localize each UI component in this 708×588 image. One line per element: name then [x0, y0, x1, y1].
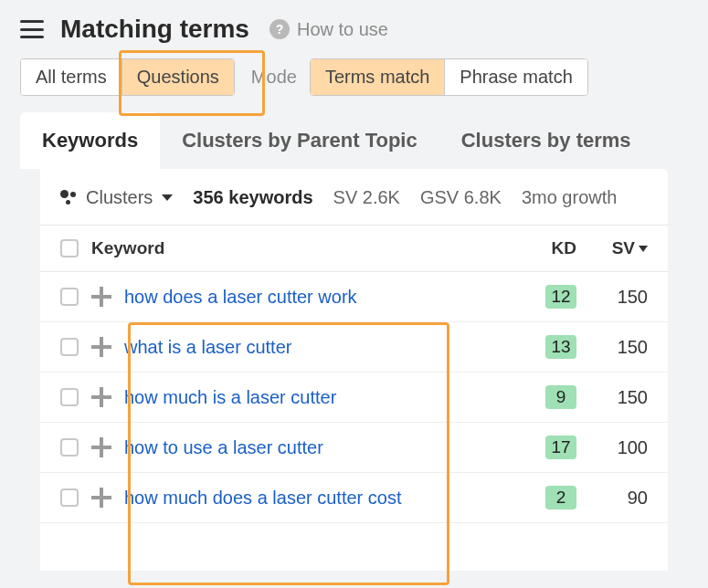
table-row: what is a laser cutter13150	[40, 322, 668, 373]
row-checkbox[interactable]	[60, 438, 79, 457]
kd-badge: 13	[545, 335, 576, 359]
add-icon[interactable]	[91, 488, 111, 508]
keyword-link[interactable]: how does a laser cutter work	[124, 287, 357, 307]
col-keyword[interactable]: Keyword	[91, 238, 513, 258]
col-sv[interactable]: SV	[576, 238, 648, 258]
sv-value: 150	[618, 287, 648, 308]
kd-badge: 9	[545, 385, 576, 409]
results-panel: Clusters 356 keywords SV 2.6K GSV 6.8K 3…	[40, 169, 668, 571]
filter-row: All terms Questions Mode Terms match Phr…	[0, 51, 708, 112]
add-icon[interactable]	[91, 437, 111, 457]
add-icon[interactable]	[91, 387, 111, 407]
sv-value: 100	[618, 437, 648, 458]
how-to-use-link[interactable]: ? How to use	[269, 19, 388, 40]
help-icon: ?	[269, 19, 290, 39]
add-icon[interactable]	[91, 287, 111, 307]
tab-clusters-terms[interactable]: Clusters by terms	[439, 112, 653, 169]
clusters-label: Clusters	[86, 187, 153, 208]
tab-clusters-parent[interactable]: Clusters by Parent Topic	[160, 112, 439, 169]
match-terms[interactable]: Terms match	[311, 59, 444, 95]
keyword-link[interactable]: how much is a laser cutter	[124, 387, 336, 407]
stat-growth: 3mo growth	[522, 187, 618, 208]
add-icon[interactable]	[91, 337, 111, 357]
table-row: how to use a laser cutter17100	[40, 423, 668, 473]
match-toggle: Terms match Phrase match	[310, 58, 588, 96]
scope-all-terms[interactable]: All terms	[21, 59, 122, 95]
keyword-count: 356 keywords	[193, 187, 312, 208]
scope-toggle: All terms Questions	[20, 58, 235, 96]
kd-badge: 12	[545, 285, 576, 309]
row-checkbox[interactable]	[60, 288, 79, 306]
match-phrase[interactable]: Phrase match	[444, 59, 586, 95]
keyword-link[interactable]: how much does a laser cutter cost	[124, 488, 401, 508]
table-row: how much is a laser cutter9150	[40, 373, 668, 423]
header: Matching terms ? How to use	[0, 0, 708, 51]
mode-label: Mode	[251, 67, 297, 88]
row-checkbox[interactable]	[60, 488, 79, 507]
clusters-dropdown[interactable]: Clusters	[60, 187, 173, 208]
table-header: Keyword KD SV	[40, 226, 668, 272]
table-row: how much does a laser cutter cost290	[40, 473, 668, 523]
keyword-link[interactable]: how to use a laser cutter	[124, 437, 323, 457]
how-to-use-label: How to use	[297, 19, 388, 40]
sort-desc-icon	[639, 246, 648, 252]
stats-bar: Clusters 356 keywords SV 2.6K GSV 6.8K 3…	[40, 169, 668, 226]
keyword-link[interactable]: what is a laser cutter	[124, 337, 291, 357]
tab-row: Keywords Clusters by Parent Topic Cluste…	[20, 112, 688, 169]
scope-questions[interactable]: Questions	[122, 59, 234, 95]
stat-gsv: GSV 6.8K	[420, 187, 502, 208]
col-kd[interactable]: KD	[513, 238, 576, 258]
sv-value: 90	[628, 488, 648, 509]
sv-value: 150	[618, 337, 648, 358]
kd-badge: 2	[545, 486, 576, 509]
clusters-icon	[60, 190, 77, 206]
kd-badge: 17	[545, 436, 576, 459]
menu-icon[interactable]	[20, 20, 44, 38]
chevron-down-icon	[162, 194, 173, 201]
sv-value: 150	[618, 387, 648, 408]
row-checkbox[interactable]	[60, 338, 79, 356]
select-all-checkbox[interactable]	[60, 239, 79, 257]
table-row: how does a laser cutter work12150	[40, 272, 668, 322]
stat-sv: SV 2.6K	[333, 187, 400, 208]
tab-keywords[interactable]: Keywords	[20, 112, 160, 169]
page-title: Matching terms	[60, 15, 249, 44]
row-checkbox[interactable]	[60, 388, 79, 406]
